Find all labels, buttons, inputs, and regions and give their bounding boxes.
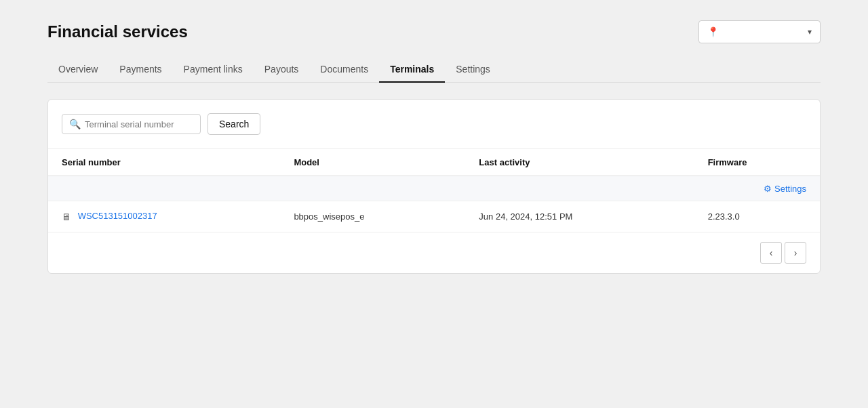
search-icon: 🔍: [69, 119, 81, 129]
tab-documents[interactable]: Documents: [309, 57, 379, 83]
cell-last-activity: Jun 24, 2024, 12:51 PM: [465, 201, 694, 232]
col-serial: Serial number: [48, 149, 280, 176]
terminal-serial-link[interactable]: WSC513151002317: [78, 211, 157, 221]
tab-payment-links[interactable]: Payment links: [173, 57, 254, 83]
prev-page-button[interactable]: ‹: [760, 242, 782, 264]
col-firmware: Firmware: [694, 149, 820, 176]
table-row: 🖥 WSC513151002317 bbpos_wisepos_e Jun 24…: [48, 201, 820, 232]
tab-payouts[interactable]: Payouts: [254, 57, 310, 83]
settings-link-label: Settings: [774, 184, 806, 194]
tab-terminals[interactable]: Terminals: [379, 57, 445, 83]
search-button[interactable]: Search: [208, 113, 260, 135]
search-input[interactable]: [85, 119, 193, 129]
main-card: 🔍 Search Serial number Model Last activi…: [47, 99, 821, 274]
cell-model: bbpos_wisepos_e: [280, 201, 465, 232]
col-model: Model: [280, 149, 465, 176]
page-title: Financial services: [47, 22, 188, 41]
search-input-wrapper: 🔍: [62, 114, 201, 134]
gear-icon: ⚙: [764, 184, 772, 194]
pin-icon: 📍: [707, 26, 719, 37]
settings-row: ⚙ Settings: [48, 176, 820, 201]
search-bar: 🔍 Search: [48, 100, 820, 149]
chevron-down-icon: ▾: [808, 27, 812, 37]
terminals-table: Serial number Model Last activity Firmwa…: [48, 149, 820, 232]
cell-firmware: 2.23.3.0: [694, 201, 820, 232]
tab-settings[interactable]: Settings: [445, 57, 501, 83]
tab-overview[interactable]: Overview: [47, 57, 108, 83]
nav-tabs: Overview Payments Payment links Payouts …: [47, 57, 821, 83]
next-page-button[interactable]: ›: [785, 242, 806, 264]
cell-serial: 🖥 WSC513151002317: [48, 201, 280, 232]
settings-link[interactable]: ⚙ Settings: [764, 184, 806, 194]
col-last-activity: Last activity: [465, 149, 694, 176]
location-selector[interactable]: 📍 ▾: [698, 20, 821, 43]
terminal-icon: 🖥: [62, 211, 71, 222]
pagination: ‹ ›: [48, 232, 820, 273]
tab-payments[interactable]: Payments: [108, 57, 172, 83]
